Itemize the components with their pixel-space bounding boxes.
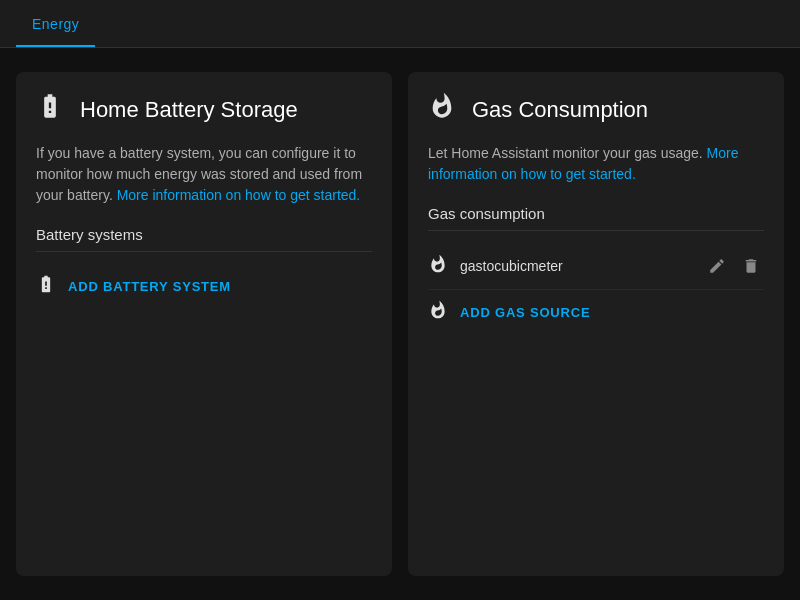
battery-card-header: Home Battery Storage xyxy=(36,92,372,127)
tab-energy-label: Energy xyxy=(32,16,79,32)
gas-source-flame-icon xyxy=(428,254,448,279)
battery-icon xyxy=(36,92,64,127)
gas-divider xyxy=(428,230,764,231)
add-gas-icon xyxy=(428,300,448,325)
add-battery-system-label: ADD BATTERY SYSTEM xyxy=(68,279,231,294)
battery-more-info-link[interactable]: More information on how to get started. xyxy=(117,187,361,203)
gas-consumption-card: Gas Consumption Let Home Assistant monit… xyxy=(408,72,784,576)
edit-gas-source-button[interactable] xyxy=(704,253,730,279)
delete-gas-source-button[interactable] xyxy=(738,253,764,279)
add-battery-icon xyxy=(36,274,56,299)
battery-card-description: If you have a battery system, you can co… xyxy=(36,143,372,206)
gas-card-header: Gas Consumption xyxy=(428,92,764,127)
battery-section-title: Battery systems xyxy=(36,226,372,243)
tab-bar: Energy xyxy=(0,0,800,48)
gas-source-name: gastocubicmeter xyxy=(460,258,704,274)
add-gas-source-label: ADD GAS SOURCE xyxy=(460,305,590,320)
add-gas-source-button[interactable]: ADD GAS SOURCE xyxy=(428,290,764,335)
battery-storage-card: Home Battery Storage If you have a batte… xyxy=(16,72,392,576)
battery-divider xyxy=(36,251,372,252)
main-content: Home Battery Storage If you have a batte… xyxy=(0,48,800,600)
gas-source-actions xyxy=(704,253,764,279)
battery-card-title: Home Battery Storage xyxy=(80,97,298,123)
gas-section-title: Gas consumption xyxy=(428,205,764,222)
add-battery-system-button[interactable]: ADD BATTERY SYSTEM xyxy=(36,264,372,309)
gas-source-item: gastocubicmeter xyxy=(428,243,764,290)
tab-energy[interactable]: Energy xyxy=(16,0,95,47)
gas-card-title: Gas Consumption xyxy=(472,97,648,123)
gas-flame-icon xyxy=(428,92,456,127)
gas-card-description: Let Home Assistant monitor your gas usag… xyxy=(428,143,764,185)
